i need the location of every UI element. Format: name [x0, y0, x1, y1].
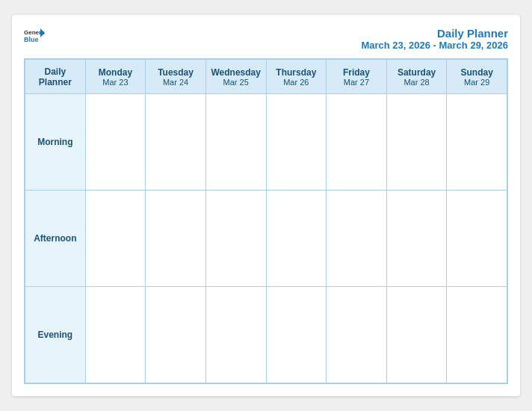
cell-saturday-morning[interactable] [386, 94, 447, 191]
title-block: Daily Planner March 23, 2026 - March 29,… [361, 27, 508, 51]
cell-monday-evening[interactable] [85, 287, 146, 383]
col-sunday: Sunday Mar 29 [447, 60, 507, 94]
cell-monday-morning[interactable] [85, 94, 146, 191]
col-friday: Friday Mar 27 [327, 60, 387, 94]
day-name-monday: Monday [87, 67, 144, 78]
first-col-line2: Planner [39, 77, 72, 87]
planner-grid: Daily Planner Monday Mar 23 Tuesday Mar … [24, 58, 508, 384]
cell-saturday-evening[interactable] [386, 287, 447, 383]
col-saturday: Saturday Mar 28 [386, 60, 447, 94]
general-blue-logo-icon: General Blue [24, 27, 45, 43]
day-name-wednesday: Wednesday [208, 67, 265, 78]
day-date-saturday: Mar 28 [389, 78, 445, 87]
cell-sunday-morning[interactable] [447, 94, 507, 191]
cell-tuesday-evening[interactable] [146, 287, 206, 383]
day-name-friday: Friday [328, 67, 385, 78]
day-date-friday: Mar 27 [328, 78, 385, 87]
day-name-thursday: Thursday [268, 67, 325, 78]
cell-thursday-evening[interactable] [266, 287, 327, 383]
day-name-tuesday: Tuesday [147, 67, 204, 78]
row-morning: Morning [25, 94, 507, 191]
day-date-wednesday: Mar 25 [208, 78, 265, 87]
cell-sunday-afternoon[interactable] [447, 191, 507, 287]
col-thursday: Thursday Mar 26 [266, 60, 327, 94]
row-label-morning: Morning [25, 94, 86, 191]
planner-title: Daily Planner [361, 27, 508, 40]
planner-date-range: March 23, 2026 - March 29, 2026 [361, 40, 508, 51]
cell-thursday-morning[interactable] [266, 94, 327, 191]
header-row: Daily Planner Monday Mar 23 Tuesday Mar … [25, 60, 507, 94]
cell-monday-afternoon[interactable] [85, 191, 146, 287]
first-col-line1: Daily [44, 67, 66, 77]
logo: General Blue [24, 27, 45, 43]
cell-wednesday-evening[interactable] [205, 287, 266, 383]
day-date-tuesday: Mar 24 [147, 78, 204, 87]
cell-friday-morning[interactable] [327, 94, 387, 191]
cell-wednesday-afternoon[interactable] [205, 191, 266, 287]
col-wednesday: Wednesday Mar 25 [205, 60, 266, 94]
row-afternoon: Afternoon [25, 191, 507, 287]
first-col-header: Daily Planner [25, 60, 86, 94]
planner-container: General Blue Daily Planner March 23, 202… [12, 15, 520, 396]
row-label-evening: Evening [25, 287, 86, 383]
cell-thursday-afternoon[interactable] [266, 191, 327, 287]
cell-sunday-evening[interactable] [447, 287, 507, 383]
header: General Blue Daily Planner March 23, 202… [24, 27, 508, 51]
day-name-saturday: Saturday [389, 67, 445, 78]
col-monday: Monday Mar 23 [85, 60, 146, 94]
svg-text:Blue: Blue [24, 36, 39, 43]
cell-wednesday-morning[interactable] [205, 94, 266, 191]
row-evening: Evening [25, 287, 507, 383]
cell-friday-afternoon[interactable] [327, 191, 387, 287]
day-date-monday: Mar 23 [87, 78, 144, 87]
cell-saturday-afternoon[interactable] [386, 191, 447, 287]
day-name-sunday: Sunday [448, 67, 505, 78]
col-tuesday: Tuesday Mar 24 [146, 60, 206, 94]
planner-table: Daily Planner Monday Mar 23 Tuesday Mar … [25, 59, 507, 383]
cell-tuesday-afternoon[interactable] [146, 191, 206, 287]
cell-friday-evening[interactable] [327, 287, 387, 383]
cell-tuesday-morning[interactable] [146, 94, 206, 191]
row-label-afternoon: Afternoon [25, 191, 86, 287]
day-date-sunday: Mar 29 [448, 78, 505, 87]
day-date-thursday: Mar 26 [268, 78, 325, 87]
